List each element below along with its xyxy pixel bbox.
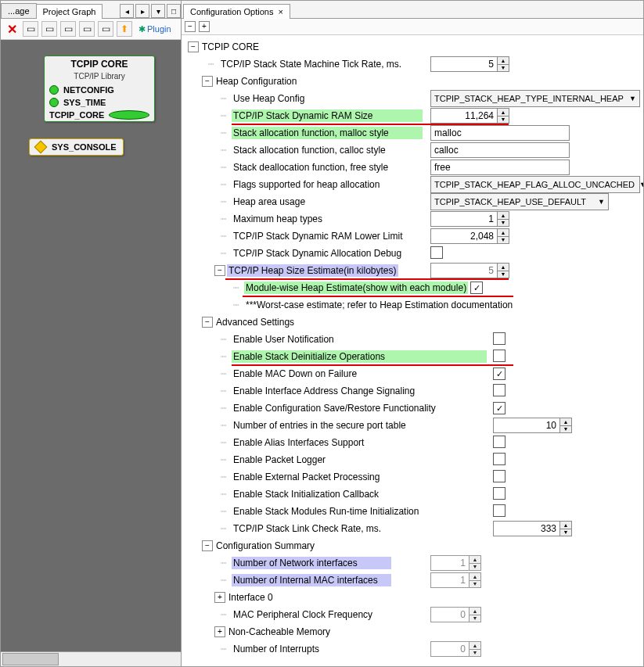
expander-icon[interactable]: − bbox=[188, 41, 199, 52]
spin-down-icon[interactable]: ▼ bbox=[470, 615, 480, 622]
expander-icon[interactable]: + bbox=[214, 626, 225, 637]
tool-5[interactable]: ▭ bbox=[98, 21, 113, 37]
scroll-right-icon[interactable]: ▸ bbox=[135, 4, 149, 18]
expander-icon[interactable]: − bbox=[214, 265, 225, 276]
adv-label: Number of entries in the secure port tab… bbox=[232, 419, 408, 432]
dyn-alloc-debug-checkbox[interactable] bbox=[430, 246, 443, 259]
expander-icon[interactable]: − bbox=[202, 76, 213, 87]
spin-down-icon[interactable]: ▼ bbox=[470, 650, 480, 657]
tab-configuration-options[interactable]: Configuration Options × bbox=[183, 4, 290, 19]
tick-rate-label: TCP/IP Stack State Machine Tick Rate, ms… bbox=[219, 58, 403, 70]
config-summary-node[interactable]: Configuration Summary bbox=[214, 540, 316, 552]
pin-icon[interactable] bbox=[49, 98, 59, 107]
spin-down-icon[interactable]: ▼ bbox=[470, 564, 480, 571]
link-check-input[interactable]: ▲▼ bbox=[493, 521, 572, 536]
scrollbar-thumb[interactable] bbox=[2, 653, 59, 665]
calloc-input[interactable] bbox=[430, 142, 570, 158]
heap-area-dropdown[interactable]: TCPIP_STACK_HEAP_USE_DEFAULT▼ bbox=[430, 193, 609, 210]
spin-down-icon[interactable]: ▼ bbox=[498, 271, 509, 278]
spin-up-icon[interactable]: ▲ bbox=[560, 522, 571, 529]
spin-down-icon[interactable]: ▼ bbox=[470, 581, 480, 588]
ram-lower-limit-input[interactable]: ▲▼ bbox=[430, 228, 509, 244]
adv-checkbox[interactable]: ✓ bbox=[493, 402, 505, 414]
tool-4[interactable]: ▭ bbox=[79, 21, 95, 37]
free-input[interactable] bbox=[430, 160, 570, 175]
tool-1[interactable]: ▭ bbox=[23, 21, 38, 37]
malloc-input[interactable] bbox=[430, 125, 570, 141]
spin-down-icon[interactable]: ▼ bbox=[498, 65, 509, 72]
spin-up-icon[interactable]: ▲ bbox=[498, 264, 509, 271]
tick-rate-input[interactable]: ▲▼ bbox=[430, 56, 509, 72]
spin-up-icon[interactable]: ▲ bbox=[498, 229, 509, 237]
node-tcpip-core[interactable]: TCPIP CORE TCP/IP Library NETCONFIG SYS_… bbox=[44, 56, 155, 122]
scroll-left-icon[interactable]: ◂ bbox=[120, 4, 134, 18]
delete-button[interactable]: ✕ bbox=[4, 22, 20, 36]
flags-label: Flags supported for heap allocation bbox=[232, 178, 381, 191]
spin-down-icon[interactable]: ▼ bbox=[560, 529, 571, 536]
adv-checkbox[interactable] bbox=[493, 436, 505, 448]
num-int-input[interactable]: ▲▼ bbox=[430, 641, 481, 657]
spin-up-icon[interactable]: ▲ bbox=[470, 573, 480, 581]
adv-checkbox[interactable] bbox=[493, 332, 505, 345]
maximize-icon[interactable]: □ bbox=[167, 4, 181, 18]
interface0-node[interactable]: Interface 0 bbox=[227, 591, 275, 604]
node-title: TCPIP CORE bbox=[45, 56, 154, 72]
num-net-if-input[interactable]: ▲▼ bbox=[430, 555, 481, 571]
expand-all-button[interactable]: + bbox=[199, 21, 210, 32]
spin-down-icon[interactable]: ▼ bbox=[498, 117, 509, 124]
spin-up-icon[interactable]: ▲ bbox=[560, 418, 571, 426]
max-heap-types-label: Maximum heap types bbox=[232, 213, 324, 225]
adv-label: Enable Stack Deinitialize Operations bbox=[232, 350, 487, 363]
spin-down-icon[interactable]: ▼ bbox=[498, 237, 509, 244]
non-cache-node[interactable]: Non-Cacheable Memory bbox=[227, 626, 332, 638]
spin-up-icon[interactable]: ▲ bbox=[498, 57, 509, 65]
pin-icon[interactable] bbox=[109, 110, 149, 120]
tool-3[interactable]: ▭ bbox=[60, 21, 76, 37]
heap-config-node[interactable]: Heap Configuration bbox=[214, 75, 298, 88]
mac-clock-input[interactable]: ▲▼ bbox=[430, 607, 481, 622]
adv-checkbox[interactable] bbox=[493, 453, 505, 465]
num-int-label: Number of Interrupts bbox=[232, 643, 321, 655]
advanced-settings-node[interactable]: Advanced Settings bbox=[214, 316, 296, 328]
expander-icon[interactable]: − bbox=[202, 540, 213, 551]
expander-icon[interactable]: − bbox=[202, 317, 213, 328]
adv-label: Enable Stack Modules Run-time Initializa… bbox=[232, 505, 420, 518]
tab-truncated[interactable]: ...age bbox=[1, 3, 37, 18]
spin-up-icon[interactable]: ▲ bbox=[470, 608, 480, 615]
spin-up-icon[interactable]: ▲ bbox=[498, 109, 509, 117]
plugins-button[interactable]: ✱Plugin bbox=[139, 24, 171, 34]
diamond-pin-icon[interactable] bbox=[34, 141, 48, 154]
use-heap-config-dropdown[interactable]: TCPIP_STACK_HEAP_TYPE_INTERNAL_HEAP▼ bbox=[430, 90, 640, 107]
tree-tcpip-core[interactable]: TCPIP CORE bbox=[200, 41, 261, 53]
max-heap-types-input[interactable]: ▲▼ bbox=[430, 211, 509, 227]
node-sys-console[interactable]: SYS_CONSOLE bbox=[29, 138, 124, 156]
up-arrow-icon[interactable]: ⬆ bbox=[117, 21, 132, 37]
adv-checkbox[interactable] bbox=[493, 487, 505, 500]
adv-checkbox[interactable] bbox=[493, 504, 505, 517]
collapse-all-button[interactable]: − bbox=[185, 21, 196, 32]
adv-checkbox[interactable]: ✓ bbox=[493, 368, 505, 380]
spin-up-icon[interactable]: ▲ bbox=[498, 212, 509, 220]
spin-down-icon[interactable]: ▼ bbox=[498, 220, 509, 227]
heap-size-est-input[interactable]: ▲▼ bbox=[430, 263, 509, 278]
dropdown-icon[interactable]: ▾ bbox=[151, 4, 165, 18]
spin-up-icon[interactable]: ▲ bbox=[470, 556, 480, 564]
adv-label: Enable Packet Logger bbox=[232, 454, 327, 466]
spin-up-icon[interactable]: ▲ bbox=[470, 642, 480, 650]
tool-2[interactable]: ▭ bbox=[41, 21, 57, 37]
pin-icon[interactable] bbox=[49, 85, 59, 95]
adv-checkbox[interactable] bbox=[493, 350, 505, 362]
spin-down-icon[interactable]: ▼ bbox=[560, 426, 571, 433]
adv-checkbox[interactable] bbox=[493, 384, 505, 396]
tab-project-graph[interactable]: Project Graph bbox=[36, 4, 103, 19]
num-mac-if-input[interactable]: ▲▼ bbox=[430, 572, 481, 588]
dyn-alloc-debug-label: TCP/IP Stack Dynamic Allocation Debug bbox=[232, 247, 403, 260]
graph-canvas[interactable]: TCPIP CORE TCP/IP Library NETCONFIG SYS_… bbox=[1, 40, 181, 651]
module-wise-checkbox[interactable]: ✓ bbox=[470, 282, 483, 294]
adv-checkbox[interactable] bbox=[493, 470, 505, 482]
h-scrollbar[interactable] bbox=[1, 651, 181, 666]
expander-icon[interactable]: + bbox=[214, 592, 225, 603]
flags-dropdown[interactable]: TCPIP_STACK_HEAP_FLAG_ALLOC_UNCACHED▼ bbox=[430, 176, 640, 193]
dyn-ram-size-input[interactable]: ▲▼ bbox=[430, 108, 509, 124]
secure-port-input[interactable]: ▲▼ bbox=[493, 418, 572, 433]
